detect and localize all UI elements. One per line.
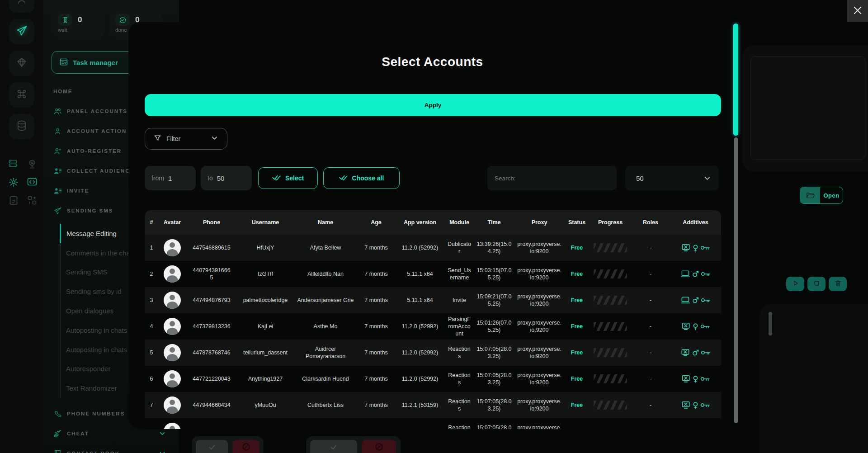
database-rail-button[interactable] — [9, 114, 34, 139]
page-size-select[interactable]: 50 — [625, 166, 719, 190]
cell-roles: - — [631, 270, 670, 278]
play-icon — [792, 279, 799, 288]
sidebar-item-label: PANEL ACCOUNTS — [67, 109, 127, 114]
progress-bar — [594, 322, 627, 331]
choose-all-button[interactable]: Choose all — [323, 167, 400, 189]
column-header-time: Time — [474, 219, 514, 226]
sidebar-item-label: SENDING SMS — [67, 208, 113, 213]
progress-bar — [594, 348, 627, 357]
open-button[interactable]: Open — [800, 187, 843, 204]
cell-num: 1 — [145, 244, 158, 251]
components-tool-button[interactable] — [26, 195, 38, 207]
cell-name: Alllelddlto Nan — [294, 270, 357, 278]
table-row[interactable]: 5447878768746tellurium_dassentAuidrcer P… — [145, 340, 721, 366]
to-input[interactable]: to 50 — [201, 166, 252, 190]
monitor-x-icon — [681, 375, 691, 383]
cell-progress — [590, 296, 631, 305]
delete-button[interactable] — [829, 277, 847, 291]
approve-button[interactable] — [310, 440, 357, 453]
server-check-tool-button[interactable] — [8, 159, 19, 171]
cell-num: 6 — [145, 375, 158, 382]
table-row[interactable]: 4447379813236KajLeiAsthe Mo7 months11.2.… — [145, 313, 721, 340]
user-plus-icon — [53, 147, 62, 156]
cell-module: Send_Username — [445, 267, 474, 282]
cell-roles: - — [631, 323, 670, 330]
person-rail-button[interactable] — [9, 0, 34, 13]
avatar — [164, 265, 181, 283]
code-window-tool-button[interactable] — [26, 177, 38, 189]
cell-proxy: proxy.proxyverse.io:9200 — [514, 319, 564, 334]
cell-proxy: proxy.proxyverse.io:9200 — [514, 293, 564, 308]
moderation-group — [192, 436, 264, 453]
cell-app-version: 11.2.0 (52992) — [395, 349, 445, 356]
approve-button[interactable] — [196, 440, 228, 453]
cell-time: 15:03:15(07.05.25) — [474, 267, 514, 282]
scrollbar-thumb[interactable] — [733, 24, 738, 136]
from-input[interactable]: from 1 — [145, 166, 196, 190]
cell-module: Reactions — [445, 345, 474, 360]
cell-time: 15:09:21(07.05.25) — [474, 293, 514, 308]
progress-bar — [594, 401, 627, 410]
cell-proxy: proxy.proxyverse.io:9200 — [514, 372, 564, 387]
sidebar-item-contact-book[interactable]: CONTACT BOOK — [53, 444, 171, 453]
cell-username: IzGTIf — [237, 270, 294, 278]
from-label: from — [151, 175, 164, 182]
cell-num: 2 — [145, 270, 158, 278]
column-header-app-version: App version — [395, 219, 445, 226]
cell-avatar — [158, 370, 186, 387]
table-row[interactable]: 6447721220043Anything1927Clarksardin Hue… — [145, 366, 721, 392]
cell-roles: - — [631, 375, 670, 382]
avatar — [164, 396, 181, 414]
cell-name: Asthe Mo — [294, 323, 357, 330]
progress-bar — [594, 296, 627, 305]
stop-button[interactable] — [807, 277, 826, 291]
accounts-table: #AvatarPhoneUsernameNameAgeApp versionMo… — [145, 210, 721, 429]
table-row[interactable]: 24407943916665IzGTIfAlllelddlto Nan7 mon… — [145, 261, 721, 287]
select-button[interactable]: Select — [258, 167, 318, 189]
cell-status: Free — [564, 401, 590, 409]
key-icon — [700, 244, 710, 252]
diamond-rail-button[interactable] — [9, 51, 34, 76]
send-plus-icon — [53, 429, 62, 438]
deny-button[interactable] — [232, 440, 259, 453]
clipboard-check-tool-button[interactable] — [8, 195, 19, 207]
cell-status: Free — [564, 244, 590, 251]
command-rail-button[interactable] — [9, 82, 34, 108]
table-row[interactable]: 844746650553unsaturationamaReactions15:0… — [145, 418, 721, 429]
icon-rail — [0, 0, 43, 453]
table-row[interactable]: 3447494876793palmettocoleridgeAndersonja… — [145, 287, 721, 313]
sidebar-item-label: CONTACT BOOK — [67, 451, 120, 453]
play-button[interactable] — [786, 277, 804, 291]
cell-name: Auidrcer Pomayrariarson — [294, 345, 357, 360]
user-list-icon — [53, 187, 62, 195]
cell-time: 15:01:26(07.05.25) — [474, 319, 514, 334]
gear-icon — [8, 177, 19, 189]
table-row[interactable]: 1447546889615HfUxjYAfyta Bellew7 months1… — [145, 235, 721, 261]
cell-additives: ♂ — [670, 270, 721, 278]
deny-button[interactable] — [362, 440, 396, 453]
table-row[interactable]: 7447944660434yMuuOuCuthbertx Liss7 month… — [145, 392, 721, 418]
avatar — [164, 318, 181, 335]
modal-scrollbar[interactable] — [733, 24, 738, 425]
chevron-down-icon — [704, 175, 711, 182]
cell-additives: ♂ — [670, 296, 721, 304]
sidebar-item-label: PHONE NUMBERS — [67, 411, 125, 416]
close-modal-button[interactable] — [847, 0, 868, 22]
paper-plane-rail-button[interactable] — [9, 19, 34, 44]
key-icon — [700, 375, 710, 383]
apply-button[interactable]: Apply — [145, 94, 721, 116]
search-input[interactable] — [487, 166, 617, 190]
webcam-tool-button[interactable] — [26, 159, 38, 171]
female-icon: ♀ — [693, 401, 698, 409]
filter-label: Filter — [166, 135, 180, 142]
app-screen: 0wait0done Task manager HOMEPANEL ACCOUN… — [0, 0, 868, 453]
cell-status: Free — [564, 270, 590, 278]
background-scrollbar-thumb[interactable] — [769, 312, 772, 335]
progress-bar — [594, 243, 627, 252]
cell-status: Free — [564, 323, 590, 330]
cell-additives: ♀ — [670, 244, 721, 252]
gear-tool-button[interactable] — [8, 177, 19, 189]
column-header-module: Module — [445, 219, 474, 226]
send-icon — [53, 207, 62, 215]
filter-dropdown-button[interactable]: Filter — [145, 128, 227, 150]
